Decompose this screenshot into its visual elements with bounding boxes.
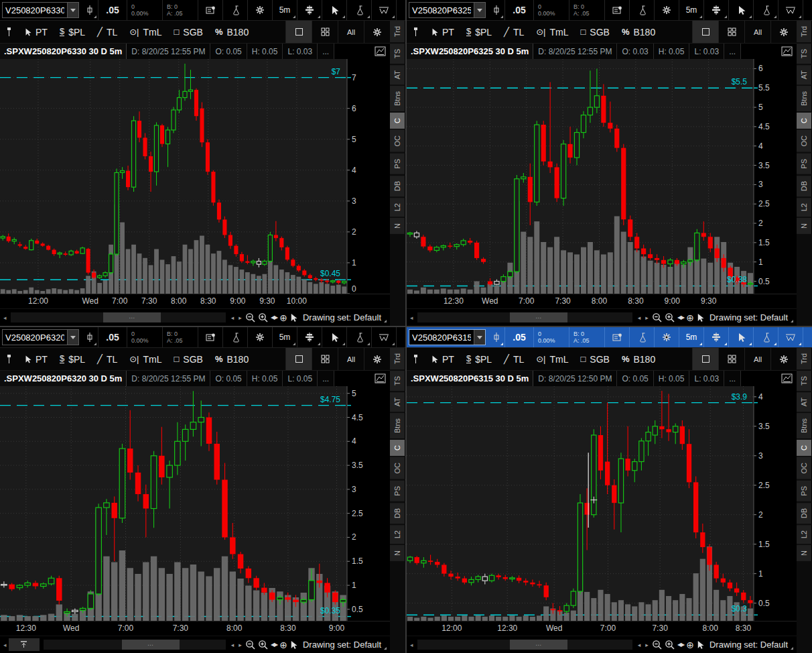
grid-layout-button[interactable] [312,348,338,370]
pin-button[interactable] [407,21,425,43]
all-button[interactable]: All [338,21,364,43]
tab-btns[interactable]: Btns [390,413,405,438]
tab-trd[interactable]: Trd [390,348,405,369]
chart-scrollbar[interactable]: ⋯ [417,312,632,322]
scrollbar-thumb[interactable]: ⋯ [510,640,567,650]
symbol-input[interactable] [409,330,474,345]
expand-horizontal-icon[interactable]: ◀▶ [271,314,277,320]
pin-button[interactable] [0,348,18,370]
pin-button[interactable] [407,348,425,370]
scroll-left-icon[interactable]: ◂ [410,642,413,648]
symbol-input[interactable] [3,330,67,345]
crosshair-icon[interactable]: ⊕ [279,313,287,322]
drawing-set-label[interactable]: Drawing set: Default [709,640,793,650]
grid-layout-button[interactable] [718,21,744,43]
symbol-dropdown-button[interactable] [474,3,485,17]
drawing-set-label[interactable]: Drawing set: Default [303,312,387,322]
menu-hamburger-icon[interactable]: ≡ [803,0,812,20]
pt-button[interactable]: PT [425,21,460,43]
candle-style-icon[interactable] [82,0,98,20]
tab-at[interactable]: AT [797,392,812,412]
b180-button[interactable]: % B180 [616,348,661,370]
corporate-actions-icon[interactable] [605,327,630,347]
timeframe-button[interactable]: 5m [679,0,704,20]
studies-flask-icon[interactable] [223,327,248,347]
candle-style-icon[interactable] [488,0,505,20]
analysis-flask-icon[interactable] [347,327,372,347]
tab-oc[interactable]: OC [797,130,812,152]
toolbar-gear-button[interactable] [770,348,797,370]
pan-left-icon[interactable]: ◂ [636,314,642,321]
tab-l2[interactable]: L2 [390,525,405,544]
zoom-out-icon[interactable] [245,312,256,323]
tl-button[interactable]: ╱ TL [498,348,530,370]
pan-left-icon[interactable]: ◂ [230,314,236,321]
b180-button[interactable]: % B180 [616,21,661,43]
volume-profile-icon[interactable] [704,327,729,347]
candle-style-icon[interactable] [488,327,505,347]
maximize-button[interactable] [692,21,718,43]
crosshair-icon[interactable]: ⊕ [686,640,694,650]
tab-n[interactable]: N [390,545,405,561]
scroll-left-icon[interactable]: ◂ [410,314,413,321]
zoom-in-icon[interactable] [665,312,675,323]
all-button[interactable]: All [744,348,770,370]
tl-button[interactable]: ╱ TL [91,348,123,370]
tab-l2[interactable]: L2 [797,198,812,217]
cursor-tool-icon[interactable] [322,0,347,20]
tab-l2[interactable]: L2 [390,198,405,217]
pl-button[interactable]: $ $PL [54,21,91,43]
tab-db[interactable]: DB [797,503,812,524]
corporate-actions-icon[interactable] [198,327,223,347]
pattern-tool-icon[interactable] [372,0,397,20]
chart-area[interactable]: 0.511.522.533.544.55$4.75$0.35 [0,386,390,621]
pt-button[interactable]: PT [18,348,54,370]
expand-horizontal-icon[interactable]: ◀▶ [677,314,684,320]
tab-l2[interactable]: L2 [797,525,812,544]
tml-button[interactable]: ⊙| TmL [123,348,167,370]
maximize-button[interactable] [285,21,312,43]
tab-btns[interactable]: Btns [797,86,812,111]
pan-right-icon[interactable]: ▸ [644,642,650,648]
b180-button[interactable]: % B180 [209,21,255,43]
statusbar-pointer-icon[interactable] [289,640,297,650]
chart-scrollbar[interactable]: ⋯ [11,312,226,322]
tab-db[interactable]: DB [390,176,405,196]
tab-trd[interactable]: Trd [797,348,812,369]
tab-n[interactable]: N [390,218,405,234]
analysis-flask-icon[interactable] [754,327,779,347]
zoom-in-icon[interactable] [665,640,675,650]
symbol-input[interactable] [409,3,474,17]
collapse-button[interactable] [9,638,40,651]
pin-button[interactable] [0,21,18,43]
pattern-tool-icon[interactable] [779,327,803,347]
tml-button[interactable]: ⊙| TmL [530,21,574,43]
zoom-out-icon[interactable] [652,640,663,650]
tab-c[interactable]: C [797,440,812,456]
symbol-dropdown-button[interactable] [67,3,78,17]
maximize-button[interactable] [285,348,312,370]
studies-flask-icon[interactable] [630,327,655,347]
volume-profile-icon[interactable] [297,0,322,20]
settings-gear-icon[interactable] [655,0,679,20]
tab-at[interactable]: AT [797,65,812,84]
chart-area[interactable]: 01234567$7$0.45 [0,59,390,294]
pt-button[interactable]: PT [425,348,460,370]
cursor-tool-icon[interactable] [729,327,754,347]
tab-c[interactable]: C [797,113,812,129]
tab-trd[interactable]: Trd [797,21,812,42]
tab-ts[interactable]: TS [797,44,812,64]
analysis-flask-icon[interactable] [754,0,779,20]
chart-area[interactable]: 0.511.522.533.54$3.9$0.3 [407,386,797,621]
tab-c[interactable]: C [390,440,405,456]
menu-hamburger-icon[interactable]: ≡ [397,327,405,347]
zoom-out-icon[interactable] [245,640,256,650]
tab-oc[interactable]: OC [390,457,405,479]
pan-right-icon[interactable]: ▸ [237,314,243,321]
timeframe-button[interactable]: 5m [273,327,297,347]
tab-at[interactable]: AT [390,65,405,84]
symbol-input[interactable] [3,3,67,17]
all-button[interactable]: All [744,21,770,43]
chart-area[interactable]: 0.511.522.533.544.555.56$5.5$0.38 [407,59,797,294]
symbol-dropdown-button[interactable] [67,330,78,345]
